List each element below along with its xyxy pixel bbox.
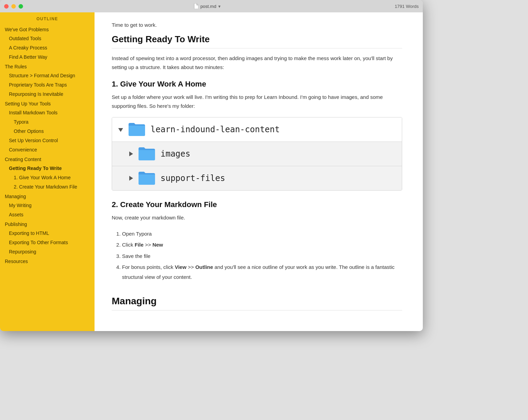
sidebar-item-resources[interactable]: Resources [0,257,95,266]
sidebar-title: OUTLINE [0,12,95,25]
sidebar-item-creaky-process[interactable]: A Creaky Process [0,43,95,53]
support-folder-icon [138,170,156,187]
sidebar-item-structure-format[interactable]: Structure > Format And Design [0,71,95,80]
sidebar-item-other-options[interactable]: Other Options [0,127,95,136]
intro-text: Time to get to work. [112,22,402,28]
sidebar-item-getting-ready[interactable]: Getting Ready To Write [0,164,95,173]
images-folder-icon [138,145,156,162]
sidebar-item-proprietary-tools[interactable]: Proprietary Tools Are Traps [0,80,95,90]
sub2-intro: Now, create your markdown file. [112,213,402,222]
step-4: For bonus points, click View >> Outline … [122,262,402,282]
sidebar: OUTLINE We've Got Problems Outdated Tool… [0,12,95,331]
step-3: Save the file [122,251,402,261]
sub2-heading: 2. Create Your Markdown File [112,200,402,209]
root-folder-icon [128,121,146,138]
root-triangle-icon [118,125,123,134]
main-content: Time to get to work. Getting Ready To Wr… [95,12,423,331]
maximize-button[interactable] [19,4,23,9]
images-folder-row: images [112,141,402,166]
sidebar-item-assets[interactable]: Assets [0,210,95,219]
sidebar-item-set-up-version[interactable]: Set Up Version Control [0,136,95,145]
support-triangle-icon [129,174,133,183]
sidebar-item-typora[interactable]: Typora [0,117,95,127]
sub1-body: Set up a folder where your work will liv… [112,93,402,110]
step-1: Open Typora [122,229,402,239]
sidebar-item-give-work-home[interactable]: 1. Give Your Work A Home [0,173,95,182]
images-folder-name: images [161,149,190,159]
managing-heading: Managing [112,296,402,310]
minimize-button[interactable] [11,4,16,9]
sidebar-item-exporting-html[interactable]: Exporting to HTML [0,229,95,238]
sidebar-item-weve-got-problems[interactable]: We've Got Problems [0,25,95,34]
sidebar-item-outdated-tools[interactable]: Outdated Tools [0,34,95,43]
titlebar: post.md ▾ 1791 Words [0,0,423,12]
section-intro: Instead of spewing text into a word proc… [112,54,402,71]
sidebar-item-repurposing[interactable]: Repurposing Is Inevitable [0,90,95,99]
filename-chevron[interactable]: ▾ [218,4,221,9]
step-2: Click File >> New [122,240,402,250]
sidebar-item-the-rules[interactable]: The Rules [0,62,95,71]
support-files-folder-row: support-files [112,166,402,190]
sidebar-item-exporting-other[interactable]: Exporting To Other Formats [0,238,95,247]
titlebar-center: post.md ▾ [23,3,391,9]
sidebar-item-repurposing2[interactable]: Repurposing [0,247,95,257]
root-folder-name: learn-indound-lean-content [151,125,280,134]
steps-list: Open Typora Click File >> New Save the f… [112,229,402,282]
sidebar-item-install-markdown[interactable]: Install Markdown Tools [0,108,95,117]
close-button[interactable] [4,4,9,9]
section-heading: Getting Ready To Write [112,34,402,48]
file-icon [194,3,198,9]
sub1-heading: 1. Give Your Work A Home [112,80,402,89]
sidebar-item-managing[interactable]: Managing [0,192,95,201]
sidebar-item-my-writing[interactable]: My Writing [0,201,95,210]
traffic-lights [4,4,23,9]
root-folder-row: learn-indound-lean-content [112,117,402,141]
images-triangle-icon [129,149,133,158]
filename: post.md [200,4,216,9]
sidebar-item-create-markdown-file[interactable]: 2. Create Your Markdown File [0,182,95,192]
word-count: 1791 Words [391,4,419,9]
sidebar-item-publishing[interactable]: Publishing [0,219,95,229]
folder-diagram: learn-indound-lean-content images [112,117,402,191]
sidebar-item-creating-content[interactable]: Creating Content [0,155,95,164]
sidebar-item-find-better-way[interactable]: Find A Better Way [0,53,95,62]
sidebar-item-setting-up-tools[interactable]: Setting Up Your Tools [0,99,95,108]
app-body: OUTLINE We've Got Problems Outdated Tool… [0,12,423,331]
support-folder-name: support-files [161,173,225,183]
sidebar-item-convenience[interactable]: Convenience [0,145,95,155]
